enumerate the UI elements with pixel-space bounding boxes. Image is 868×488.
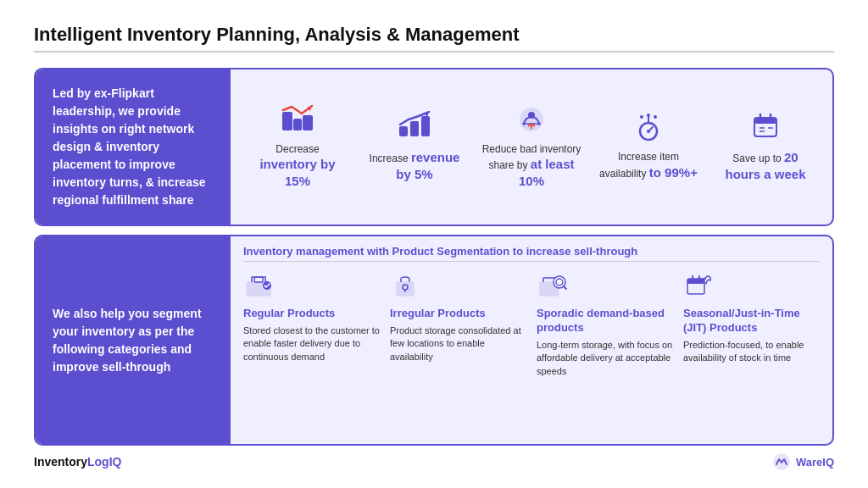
regular-product-name: Regular Products xyxy=(243,307,380,321)
svg-rect-1 xyxy=(293,119,302,130)
svg-point-14 xyxy=(647,130,650,133)
bottom-card: We also help you segment your inventory … xyxy=(34,235,834,446)
svg-rect-16 xyxy=(754,118,776,124)
stat-save-label: Save up to 20 hours a week xyxy=(715,149,816,182)
sporadic-product-desc: Long-term storage, with focus on afforda… xyxy=(537,339,673,378)
svg-point-9 xyxy=(528,112,535,119)
bottom-header: Inventory management with Product Segmen… xyxy=(243,245,820,262)
reduce-inventory-icon xyxy=(515,105,548,140)
stat-availability-label: Increase item availability to 99%+ xyxy=(598,151,699,180)
svg-line-31 xyxy=(564,286,566,289)
sporadic-product-icon xyxy=(537,270,673,303)
stat-save-hours: Save up to 20 hours a week xyxy=(715,111,816,182)
stat-increase-revenue: Increase revenue by 5% xyxy=(364,111,465,182)
svg-point-11 xyxy=(647,114,650,117)
bottom-header-highlight: Product Segmentation xyxy=(392,245,510,258)
availability-icon xyxy=(632,113,665,147)
product-seasonal: Seasonal/Just-in-Time (JIT) Products Pre… xyxy=(683,270,820,435)
svg-rect-2 xyxy=(303,115,313,130)
svg-rect-4 xyxy=(399,126,408,136)
brand-wareiq: WareIQ xyxy=(772,452,834,471)
svg-rect-33 xyxy=(687,279,704,284)
product-regular: Regular Products Stored closest to the c… xyxy=(243,270,380,435)
svg-point-12 xyxy=(654,115,657,119)
product-grid: Regular Products Stored closest to the c… xyxy=(243,270,820,435)
product-irregular: Irregular Products Product storage conso… xyxy=(390,270,526,435)
svg-rect-23 xyxy=(254,277,263,282)
content-area: Led by ex-Flipkart leadership, we provid… xyxy=(34,68,834,446)
stat-revenue-label: Increase revenue by 5% xyxy=(364,149,465,182)
stat-decrease-inventory: Decrease inventory by 15% xyxy=(247,105,348,190)
irregular-product-name: Irregular Products xyxy=(390,307,526,321)
brand-inventorylogiq: InventoryLogIQ xyxy=(34,455,121,469)
top-card-description: Led by ex-Flipkart leadership, we provid… xyxy=(36,69,231,225)
bottom-header-text: Inventory management with xyxy=(243,245,392,258)
stat-reduce-label: Reduce bad inventory share by at least 1… xyxy=(481,143,582,190)
regular-product-icon xyxy=(243,270,380,303)
seasonal-product-icon xyxy=(683,270,820,303)
wareiq-label: WareIQ xyxy=(796,456,834,469)
stat-reduce-inventory: Reduce bad inventory share by at least 1… xyxy=(481,105,582,190)
top-card: Led by ex-Flipkart leadership, we provid… xyxy=(34,68,834,226)
decrease-inventory-icon xyxy=(281,105,314,140)
stat-availability: Increase item availability to 99%+ xyxy=(598,113,699,180)
irregular-product-desc: Product storage consolidated at few loca… xyxy=(390,324,526,363)
stat-decrease-label: Decrease inventory by 15% xyxy=(247,143,348,190)
regular-product-desc: Stored closest to the customer to enable… xyxy=(243,324,380,363)
footer: InventoryLogIQ WareIQ xyxy=(34,452,834,471)
bottom-card-description: We also help you segment your inventory … xyxy=(36,236,231,444)
page-title: Intelligent Inventory Planning, Analysis… xyxy=(34,24,834,53)
svg-rect-5 xyxy=(410,121,419,136)
bottom-card-content: Inventory management with Product Segmen… xyxy=(231,236,832,444)
irregular-product-icon xyxy=(390,270,526,303)
seasonal-product-name: Seasonal/Just-in-Time (JIT) Products xyxy=(683,307,820,336)
save-hours-icon xyxy=(749,111,782,146)
top-card-stats: Decrease inventory by 15% xyxy=(231,69,832,225)
bottom-header-suffix: to increase sell-through xyxy=(509,245,637,258)
increase-revenue-icon xyxy=(398,111,431,146)
page: Intelligent Inventory Planning, Analysis… xyxy=(0,0,868,488)
svg-rect-0 xyxy=(282,112,292,130)
product-sporadic: Sporadic demand-based products Long-term… xyxy=(537,270,673,435)
wareiq-logo-icon xyxy=(772,452,791,471)
svg-rect-6 xyxy=(421,116,430,136)
svg-point-13 xyxy=(640,115,643,119)
seasonal-product-desc: Prediction-focused, to enable availabili… xyxy=(683,339,820,365)
sporadic-product-name: Sporadic demand-based products xyxy=(537,307,673,336)
